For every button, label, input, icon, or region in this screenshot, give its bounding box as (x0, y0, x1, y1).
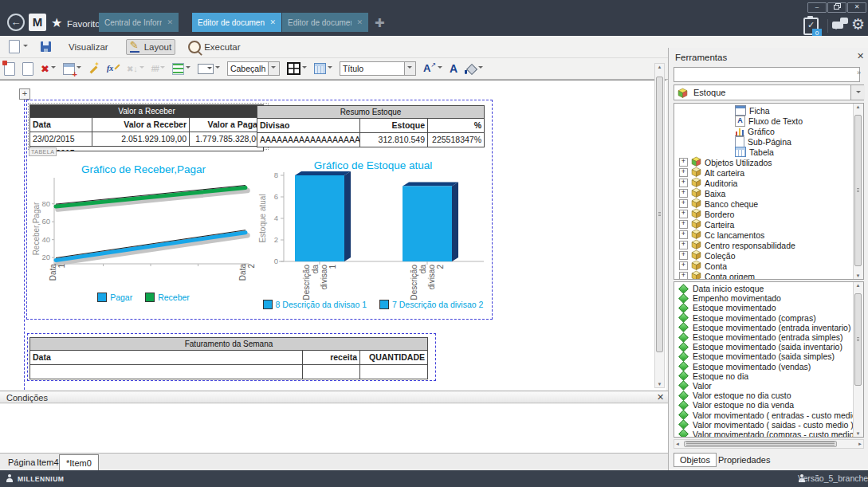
tree-item[interactable]: Sub-Página (674, 136, 863, 147)
table-grid-blue-button[interactable] (314, 63, 332, 74)
field-item[interactable]: Empenho movimentado (674, 293, 863, 303)
tree-item[interactable]: +Centro responsabilidade (674, 240, 863, 250)
tree-item[interactable]: Gráfico (674, 126, 863, 136)
field-item[interactable]: Valor movimentado (compras - custo medio… (674, 430, 863, 438)
tree-item[interactable]: +Alt carteira (674, 167, 863, 178)
expand-plus-icon[interactable]: + (679, 220, 688, 229)
fill-bucket-button[interactable] (465, 64, 483, 74)
tree-item[interactable]: +Banco cheque (674, 198, 863, 209)
tree-item[interactable]: +Auditoria (674, 178, 863, 188)
tab-item0[interactable]: *Item0 (59, 454, 99, 472)
scroll-down-icon[interactable]: ▼ (854, 431, 862, 436)
chevron-down-icon[interactable] (51, 66, 56, 71)
table-grid-black-button[interactable] (287, 62, 307, 75)
tree-item[interactable]: +Cc lancamentos (674, 230, 863, 240)
h-scroll-thumb[interactable] (684, 441, 837, 447)
condicoes-close-icon[interactable]: ✕ (657, 392, 664, 403)
scroll-down-icon[interactable]: ▼ (854, 273, 862, 278)
chevron-down-icon[interactable] (438, 66, 442, 71)
tab-item4[interactable]: Item4 (37, 458, 59, 467)
panel-close-icon[interactable]: ✕ (857, 51, 864, 61)
tab-objetos[interactable]: Objetos (674, 453, 717, 467)
resumo-estoque-table[interactable]: Resumo EstoqueDivisaoEstoque%AAAAAAAAAAA… (257, 105, 485, 147)
field-item[interactable]: Estoque movimentado (entrada inventario) (674, 323, 863, 332)
chevron-down-icon[interactable] (478, 66, 483, 71)
favorites-star-icon[interactable]: ★ (51, 15, 62, 30)
chevron-down-icon[interactable] (328, 66, 332, 71)
scroll-up-icon[interactable]: ▲ (655, 65, 664, 69)
tree-item[interactable]: +Carteira (674, 219, 863, 230)
field-item[interactable]: Estoque no dia (674, 371, 863, 381)
tree-item[interactable]: +Baixa (674, 188, 863, 198)
tab-close-icon[interactable]: ✕ (167, 18, 173, 26)
condicoes-header[interactable]: Condições ✕ (0, 391, 668, 403)
object-selector[interactable]: Estoque (674, 84, 864, 100)
search-input[interactable] (674, 67, 860, 82)
new-page-button[interactable] (4, 62, 15, 76)
tree-scroll-thumb[interactable] (854, 115, 862, 266)
expand-plus-icon[interactable]: + (679, 168, 688, 177)
tree-item[interactable]: +Conta (674, 261, 863, 271)
header_style-combo[interactable]: Cabeçalh (227, 61, 280, 76)
tab-pagina[interactable]: Página (8, 458, 35, 467)
field-item[interactable]: Valor movimentado ( saidas - custo medio… (674, 420, 863, 430)
delete-x-button[interactable] (41, 63, 56, 75)
expand-plus-icon[interactable]: + (679, 210, 688, 218)
expand-plus-icon[interactable]: + (679, 272, 688, 280)
layout-button[interactable]: Layout (126, 39, 176, 55)
chevron-down-icon[interactable] (160, 66, 165, 71)
condicoes-body[interactable] (0, 404, 668, 453)
save-button[interactable] (37, 40, 54, 53)
tree-item[interactable]: Fluxo de Texto (674, 116, 863, 126)
canvas-scroll-thumb[interactable] (656, 77, 663, 352)
expand-plus-icon[interactable]: + (679, 261, 688, 270)
tab-propriedades[interactable]: Propriedades (718, 455, 770, 465)
expand-plus-icon[interactable]: + (679, 158, 688, 167)
canvas-vertical-scrollbar[interactable]: ▲ ▼ (654, 63, 665, 388)
paste-special-button[interactable] (63, 63, 81, 75)
messages-icon[interactable] (832, 22, 843, 29)
field-item[interactable]: Data inicio estoque (674, 284, 863, 293)
back-icon[interactable]: ← (7, 14, 25, 31)
executar-button[interactable]: Executar (185, 39, 243, 55)
field-item[interactable]: Estoque movimentado (compras) (674, 313, 863, 323)
field-item[interactable]: Valor estoque no dia venda (674, 400, 863, 410)
tree-item[interactable]: +Objetos Utilizados (674, 157, 863, 167)
tab-close-icon[interactable]: ✕ (269, 18, 276, 26)
field-item[interactable]: Estoque movimentado (674, 303, 863, 312)
field-item[interactable]: Estoque movimentado (vendas) (674, 362, 863, 371)
chevron-down-icon[interactable] (139, 66, 144, 71)
close-button[interactable]: ✕ (847, 2, 866, 13)
tree-item[interactable]: +Conta origem (674, 271, 863, 280)
magic-wand-button[interactable] (88, 63, 100, 74)
scroll-up-icon[interactable]: ▲ (854, 283, 862, 288)
expand-plus-icon[interactable]: + (679, 189, 688, 198)
settings-gear-icon[interactable]: ⚙ (851, 15, 865, 33)
tab-2[interactable]: Editor de documentos✕ (192, 13, 281, 32)
new-tab-button[interactable]: ✚ (375, 16, 385, 30)
move-handle-icon[interactable]: + (19, 88, 30, 100)
numbering-button[interactable] (151, 64, 165, 73)
field-item[interactable]: Estoque movimentado (entrada simples) (674, 332, 863, 342)
field-item[interactable]: Valor estoque no dia custo (674, 391, 863, 400)
formula-wand-button[interactable] (107, 63, 120, 74)
tree-item[interactable]: Ficha (674, 105, 863, 116)
scroll-left-icon[interactable]: ◄ (675, 442, 680, 446)
minimize-button[interactable]: – (807, 2, 827, 13)
expand-plus-icon[interactable]: + (679, 251, 688, 260)
field-item[interactable]: Estoque movimentado (saida inventario) (674, 342, 863, 352)
tree-item[interactable]: +Coleção (674, 250, 863, 261)
tree-item[interactable]: Tabela (674, 147, 863, 157)
page-button[interactable] (22, 62, 33, 76)
chevron-down-icon[interactable] (215, 66, 220, 71)
expand-plus-icon[interactable]: + (679, 179, 688, 187)
expand-plus-icon[interactable]: + (679, 241, 688, 249)
new-document-button[interactable] (6, 38, 31, 55)
expand-plus-icon[interactable]: + (679, 199, 688, 208)
tree-item[interactable]: +Bordero (674, 209, 863, 219)
document-canvas[interactable]: + Valor a ReceberDataValor a ReceberValo… (0, 80, 666, 391)
chevron-down-icon[interactable] (186, 66, 190, 71)
scroll-right-icon[interactable]: ► (858, 442, 862, 446)
fields-scrollbar[interactable]: ▲ ▼ (853, 282, 863, 437)
scroll-down-icon[interactable]: ▼ (655, 382, 664, 387)
